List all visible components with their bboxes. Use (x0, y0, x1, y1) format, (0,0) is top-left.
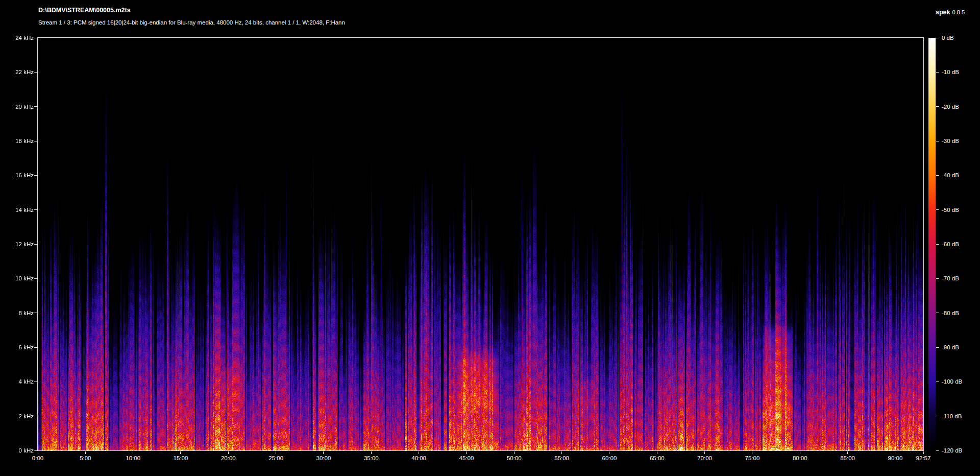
time-tick (704, 451, 705, 454)
frequency-tick (34, 175, 38, 176)
db-tick-label: -20 dB (942, 103, 959, 110)
db-tick-label: -40 dB (942, 172, 959, 179)
db-tick (936, 106, 939, 107)
time-tick-label: 0:00 (22, 455, 53, 462)
frequency-tick (34, 416, 38, 416)
time-tick (657, 451, 657, 454)
frequency-tick (34, 141, 38, 141)
time-tick (752, 451, 752, 454)
db-tick (936, 141, 939, 141)
frequency-tick (34, 106, 38, 107)
time-tick (561, 451, 562, 454)
time-tick (466, 451, 467, 454)
time-tick-label: 10:00 (118, 455, 149, 462)
frequency-tick-label: 24 kHz (0, 34, 34, 41)
time-tick (85, 451, 86, 454)
time-tick-label: 15:00 (165, 455, 196, 462)
frequency-tick (34, 450, 38, 451)
time-tick (923, 451, 924, 454)
time-tick (609, 451, 609, 454)
frequency-tick-label: 18 kHz (0, 137, 34, 145)
db-tick-label: -50 dB (942, 206, 959, 213)
db-tick-label: -30 dB (942, 137, 959, 145)
time-tick-label: 80:00 (785, 455, 815, 462)
frequency-tick-label: 0 kHz (0, 447, 34, 454)
frequency-tick-label: 16 kHz (0, 172, 34, 179)
stream-info-subtitle: Stream 1 / 3: PCM signed 16|20|24-bit bi… (38, 19, 345, 26)
app-brand: spek0.8.5 (936, 7, 965, 16)
frequency-tick-label: 6 kHz (0, 344, 34, 351)
frequency-tick-label: 10 kHz (0, 275, 34, 282)
frequency-tick-label: 20 kHz (0, 103, 34, 110)
frequency-tick (34, 244, 38, 245)
frequency-tick (34, 278, 38, 279)
time-tick (228, 451, 229, 454)
frequency-tick-label: 14 kHz (0, 206, 34, 213)
time-tick (323, 451, 324, 454)
time-tick-label: 55:00 (547, 455, 577, 462)
time-tick-label: 30:00 (308, 455, 339, 462)
time-tick (276, 451, 276, 454)
db-tick-label: -10 dB (942, 68, 959, 76)
time-tick-label: 5:00 (70, 455, 101, 462)
time-tick-label: 50:00 (499, 455, 529, 462)
frequency-tick (34, 313, 38, 313)
db-tick (936, 209, 939, 210)
frequency-tick-label: 4 kHz (0, 378, 34, 385)
db-tick-label: -70 dB (942, 275, 959, 282)
time-tick (180, 451, 181, 454)
time-tick-label: 35:00 (356, 455, 386, 462)
spectrogram-canvas (38, 38, 923, 450)
frequency-tick-label: 12 kHz (0, 241, 34, 248)
db-tick (936, 72, 939, 73)
time-tick-label: 20:00 (213, 455, 243, 462)
db-tick (936, 416, 939, 416)
db-tick (936, 450, 939, 451)
frequency-tick (34, 72, 38, 73)
db-tick (936, 347, 939, 348)
spek-window: D:\BDMV\STREAM\00005.m2ts Stream 1 / 3: … (0, 0, 980, 476)
frequency-tick (34, 382, 38, 382)
time-tick-label: 45:00 (451, 455, 482, 462)
db-tick-label: -120 dB (942, 447, 962, 454)
time-tick-label: 70:00 (690, 455, 720, 462)
db-tick-label: -80 dB (942, 310, 959, 317)
frequency-tick (34, 347, 38, 348)
time-tick (133, 451, 133, 454)
time-tick (895, 451, 895, 454)
db-tick-label: -90 dB (942, 344, 959, 351)
frequency-tick-label: 8 kHz (0, 310, 34, 317)
db-tick-label: -100 dB (942, 378, 962, 385)
time-tick (38, 451, 38, 454)
app-version: 0.8.5 (952, 9, 965, 15)
time-tick-label: 60:00 (594, 455, 625, 462)
time-tick-label: 40:00 (404, 455, 434, 462)
time-tick-label: 92:57 (908, 455, 939, 462)
db-tick (936, 38, 939, 38)
db-tick-label: 0 dB (942, 34, 954, 41)
db-tick (936, 244, 939, 245)
frequency-tick-label: 2 kHz (0, 413, 34, 420)
frequency-tick (34, 209, 38, 210)
time-tick-label: 65:00 (642, 455, 672, 462)
db-tick (936, 313, 939, 313)
app-name: spek (936, 9, 950, 16)
db-tick-label: -110 dB (942, 413, 962, 420)
time-tick-label: 75:00 (737, 455, 768, 462)
time-tick (419, 451, 419, 454)
time-tick-label: 25:00 (261, 455, 291, 462)
time-tick (371, 451, 372, 454)
frequency-tick-label: 22 kHz (0, 68, 34, 76)
time-tick (514, 451, 514, 454)
spectrogram-plot (37, 37, 924, 451)
db-tick (936, 175, 939, 176)
time-tick-label: 90:00 (880, 455, 911, 462)
db-tick (936, 278, 939, 279)
frequency-tick (34, 38, 38, 38)
time-tick-label: 85:00 (832, 455, 863, 462)
time-tick (847, 451, 848, 454)
db-tick (936, 382, 939, 382)
file-path-title: D:\BDMV\STREAM\00005.m2ts (38, 7, 131, 14)
time-tick (800, 451, 800, 454)
db-tick-label: -60 dB (942, 241, 959, 248)
